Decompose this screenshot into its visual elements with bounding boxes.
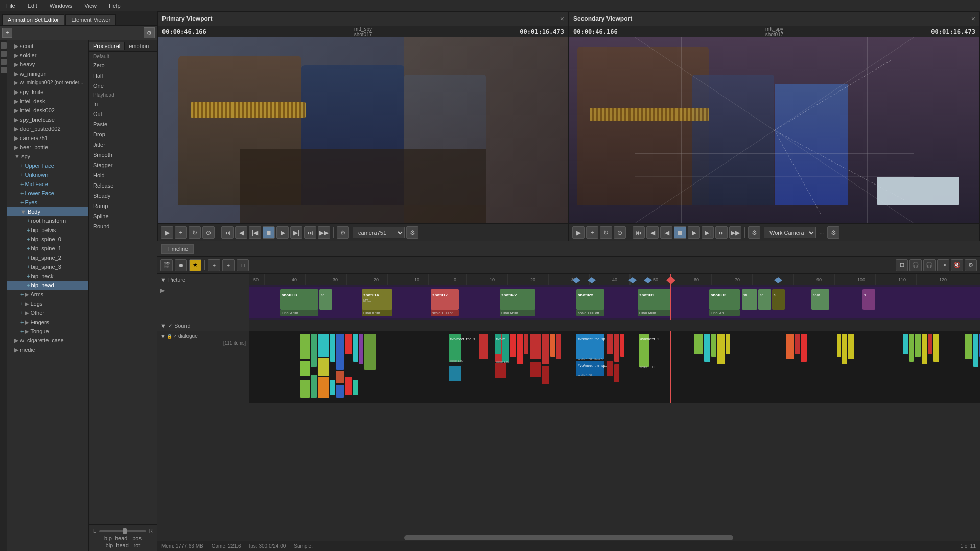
tl-btn-end[interactable]: ⇥ — [937, 259, 949, 271]
proc-item-paste[interactable]: Paste — [89, 119, 157, 129]
tree-item-legs[interactable]: +▶Legs — [7, 299, 88, 308]
tl-btn-headphone2[interactable]: 🎧 — [923, 259, 936, 271]
secondary-play-fwd[interactable]: ▶ — [688, 226, 700, 239]
secondary-cam-settings[interactable]: ⚙ — [827, 226, 839, 239]
secondary-add-button[interactable]: + — [586, 226, 598, 239]
secondary-rewind-button[interactable]: ⏮ — [633, 226, 645, 239]
tl-btn-mute[interactable]: 🔇 — [951, 259, 963, 271]
proc-item-smooth[interactable]: Smooth — [89, 150, 157, 160]
secondary-viewport-close[interactable]: × — [971, 15, 975, 23]
tree-item-intel-desk002[interactable]: ▶intel_desk002 — [7, 106, 88, 115]
primary-play-button[interactable]: ▶ — [161, 226, 173, 239]
secondary-end-button[interactable]: ⏭ — [715, 226, 728, 239]
tree-item-body[interactable]: ▼Body — [7, 207, 88, 216]
side-icon-4[interactable] — [1, 67, 7, 73]
tree-item-root-transform[interactable]: +rootTransform — [7, 216, 88, 225]
proc-item-steady[interactable]: Steady — [89, 191, 157, 201]
proc-item-round[interactable]: Round — [89, 221, 157, 232]
proc-item-drop[interactable]: Drop — [89, 129, 157, 140]
tl-btn-headphone[interactable]: 🎧 — [909, 259, 922, 271]
sound-expand-icon[interactable]: ▼ — [160, 323, 166, 329]
primary-viewport-canvas[interactable] — [158, 37, 568, 223]
menu-view[interactable]: View — [82, 3, 99, 9]
menu-file[interactable]: File — [4, 3, 17, 9]
secondary-next-frame[interactable]: ▶| — [702, 226, 714, 239]
tree-item-door-busted002[interactable]: ▶door_busted002 — [7, 124, 88, 133]
secondary-viewport-canvas[interactable] — [569, 37, 979, 223]
tl-btn-record[interactable]: ⏺ — [175, 259, 187, 271]
tree-item-fingers[interactable]: +▶Fingers — [7, 317, 88, 327]
tree-item-lower-face[interactable]: +Lower Face — [7, 189, 88, 198]
tree-item-bip-head[interactable]: +bip_head — [7, 281, 88, 290]
tree-item-tongue[interactable]: +▶Tongue — [7, 327, 88, 336]
settings-button[interactable]: ⚙ — [144, 27, 155, 38]
timeline-tab[interactable]: Timeline — [161, 244, 194, 254]
tree-item-bip-spine-2[interactable]: +bip_spine_2 — [7, 253, 88, 262]
proc-item-zero[interactable]: Zero — [89, 60, 157, 71]
proc-item-ramp[interactable]: Ramp — [89, 201, 157, 211]
proc-item-out[interactable]: Out — [89, 109, 157, 119]
picture-expand-icon[interactable]: ▼ — [160, 277, 166, 283]
procedural-list[interactable]: Default Zero Half One Playhead In Out Pa… — [89, 52, 157, 524]
tree-item-bip-spine-1[interactable]: +bip_spine_1 — [7, 244, 88, 253]
sub-tab-procedural[interactable]: Procedural — [89, 42, 125, 50]
tree-item-bip-spine-3[interactable]: +bip_spine_3 — [7, 262, 88, 271]
primary-next-frame[interactable]: ▶| — [290, 226, 302, 239]
proc-item-hold[interactable]: Hold — [89, 170, 157, 180]
tree-item-other[interactable]: +▶Other — [7, 308, 88, 317]
menu-windows[interactable]: Windows — [48, 3, 75, 9]
tree-item-spy-briefcase[interactable]: ▶spy_briefcase — [7, 115, 88, 124]
tl-btn-gear[interactable]: ⚙ — [965, 259, 977, 271]
side-icon-1[interactable] — [1, 42, 7, 49]
primary-prev-button[interactable]: ◀ — [235, 226, 247, 239]
side-icon-2[interactable] — [1, 51, 7, 57]
tree-item-w-minigun002[interactable]: ▶w_minigun002 (not render... — [7, 78, 88, 87]
proc-item-half[interactable]: Half — [89, 71, 157, 81]
tree-item-spy[interactable]: ▼spy — [7, 152, 88, 161]
timeline-scrollbar[interactable] — [157, 534, 980, 541]
tree-item-camera751[interactable]: ▶camera751 — [7, 133, 88, 143]
tree-item-bip-pelvis[interactable]: +bip_pelvis — [7, 225, 88, 235]
secondary-settings-button[interactable]: ⚙ — [748, 226, 760, 239]
tree-item-scout[interactable]: ▶scout — [7, 41, 88, 51]
primary-settings-button[interactable]: ⚙ — [337, 226, 349, 239]
tree-item-medic[interactable]: ▶medic — [7, 345, 88, 354]
tree-item-unknown[interactable]: +Unknown — [7, 170, 88, 179]
primary-rotate-button[interactable]: ↻ — [189, 226, 201, 239]
tl-btn-box[interactable]: □ — [237, 259, 249, 271]
tree-item-intel-desk[interactable]: ▶intel_desk — [7, 97, 88, 106]
menu-help[interactable]: Help — [107, 3, 123, 9]
primary-rewind-button[interactable]: ⏮ — [221, 226, 234, 239]
proc-item-spline[interactable]: Spline — [89, 211, 157, 221]
proc-item-stagger[interactable]: Stagger — [89, 160, 157, 170]
primary-fwd-button[interactable]: ▶▶ — [318, 226, 330, 239]
secondary-fwd-button[interactable]: ▶▶ — [729, 226, 741, 239]
sub-tab-emotion[interactable]: emotion — [125, 42, 153, 50]
tree-item-upper-face[interactable]: +Upper Face — [7, 161, 88, 170]
secondary-record-button[interactable]: ⊙ — [614, 226, 626, 239]
menu-edit[interactable]: Edit — [26, 3, 39, 9]
primary-viewport-close[interactable]: × — [560, 15, 564, 23]
tl-btn-star[interactable]: ★ — [189, 259, 201, 271]
add-button[interactable]: + — [2, 28, 12, 38]
secondary-camera-select[interactable]: Work Camera camera751 — [764, 227, 816, 238]
tab-element-viewer[interactable]: Element Viewer — [65, 14, 116, 25]
secondary-prev-frame[interactable]: |◀ — [660, 226, 672, 239]
tree-panel[interactable]: ▶scout ▶soldier ▶heavy ▶w_minigun ▶w_min… — [7, 40, 89, 551]
secondary-prev-button[interactable]: ◀ — [646, 226, 659, 239]
tab-animation-set-editor[interactable]: Animation Set Editor — [2, 14, 64, 25]
proc-item-release[interactable]: Release — [89, 180, 157, 191]
primary-camera-select[interactable]: camera751 Work Camera — [353, 227, 405, 238]
tl-btn-add2[interactable]: + — [222, 259, 235, 271]
primary-add-button[interactable]: + — [175, 226, 187, 239]
primary-end-button[interactable]: ⏭ — [304, 226, 316, 239]
tree-item-soldier[interactable]: ▶soldier — [7, 51, 88, 60]
secondary-stop-button[interactable]: ⏹ — [674, 226, 686, 239]
sub-tab-phoneme[interactable]: phoneme — [153, 42, 157, 50]
tree-item-beer-bottle[interactable]: ▶beer_bottle — [7, 143, 88, 152]
tl-btn-snap[interactable]: ⊡ — [896, 259, 908, 271]
primary-play-fwd[interactable]: ▶ — [276, 226, 289, 239]
tree-item-arms[interactable]: +▶Arms — [7, 290, 88, 299]
dialogue-track-content[interactable]: #vo/meet_the_s... scale 1.00 — [249, 331, 980, 403]
tl-btn-add[interactable]: + — [208, 259, 220, 271]
